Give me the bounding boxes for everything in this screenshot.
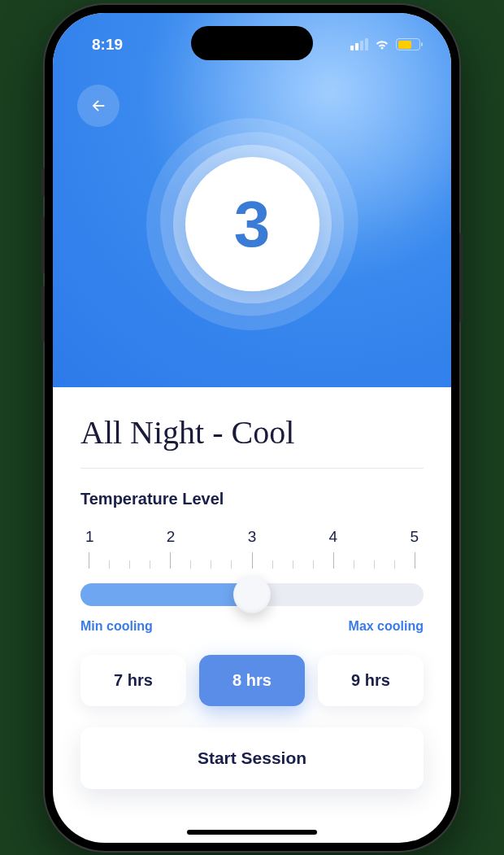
dynamic-island (191, 26, 313, 60)
level-dial[interactable]: 3 (146, 119, 358, 330)
status-time: 8:19 (92, 36, 123, 54)
battery-icon (396, 38, 420, 50)
duration-option[interactable]: 8 hrs (199, 655, 305, 706)
slider-fill (80, 583, 252, 606)
temperature-slider[interactable] (80, 583, 424, 606)
slider-max-label: Max cooling (349, 619, 424, 634)
home-indicator[interactable] (187, 830, 317, 835)
slider-tick-marks (80, 552, 424, 569)
slider-thumb[interactable] (233, 576, 271, 613)
back-button[interactable] (77, 85, 119, 127)
tick-label: 5 (410, 528, 419, 546)
duration-label: 7 hrs (114, 671, 153, 689)
tick-label: 2 (167, 528, 176, 546)
tick-label: 3 (248, 528, 257, 546)
section-label: Temperature Level (80, 490, 424, 508)
status-right (350, 38, 420, 50)
main-content: All Night - Cool Temperature Level 1 2 3… (53, 387, 451, 843)
duration-label: 9 hrs (351, 671, 390, 689)
divider (80, 468, 424, 469)
arrow-left-icon (89, 97, 107, 115)
cellular-signal-icon (350, 38, 368, 50)
tick-label: 4 (329, 528, 338, 546)
page-title: All Night - Cool (80, 413, 424, 451)
duration-option[interactable]: 9 hrs (318, 655, 424, 706)
wifi-icon (374, 38, 390, 50)
side-button (41, 168, 45, 197)
slider-min-label: Min cooling (80, 619, 153, 634)
side-button (41, 216, 45, 273)
tick-label: 1 (85, 528, 94, 546)
slider-tick-labels: 1 2 3 4 5 (80, 528, 424, 546)
hero-panel: 3 (53, 13, 451, 387)
start-session-button[interactable]: Start Session (80, 727, 424, 789)
duration-options: 7 hrs 8 hrs 9 hrs (80, 655, 424, 706)
start-session-label: Start Session (198, 748, 306, 767)
level-value: 3 (185, 157, 319, 291)
slider-range-labels: Min cooling Max cooling (80, 619, 424, 634)
screen: 8:19 3 All Night - (53, 13, 451, 843)
duration-label: 8 hrs (232, 671, 272, 689)
side-button (41, 286, 45, 342)
phone-frame: 8:19 3 All Night - (45, 5, 459, 851)
duration-option[interactable]: 7 hrs (80, 655, 186, 706)
side-button (459, 233, 463, 322)
